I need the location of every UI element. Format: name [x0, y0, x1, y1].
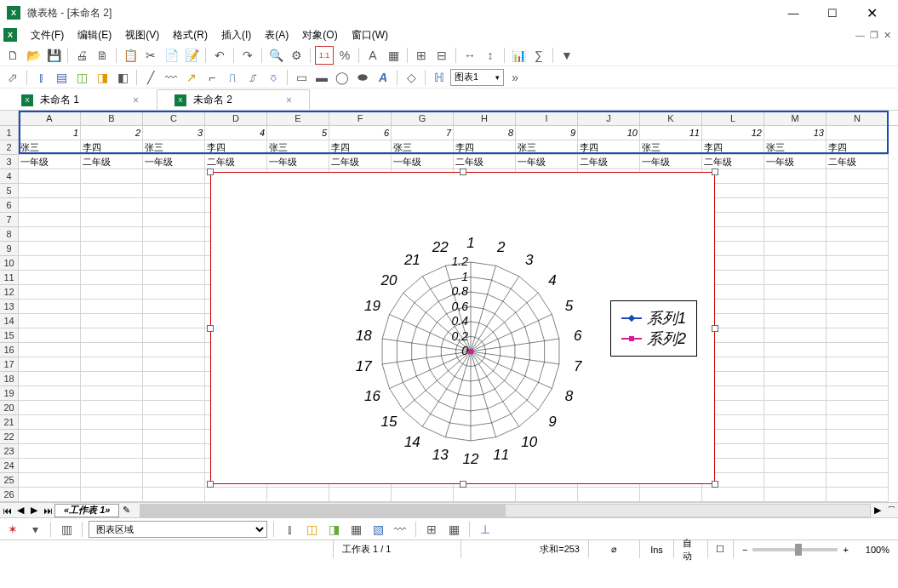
- cell[interactable]: 6: [329, 126, 392, 140]
- cell[interactable]: [764, 444, 827, 459]
- chart-axis-icon[interactable]: ⊥: [476, 520, 495, 539]
- chart-edit3-icon[interactable]: ◨: [324, 520, 343, 539]
- row-header[interactable]: 22: [0, 430, 19, 444]
- cell[interactable]: [19, 401, 81, 415]
- split-icon[interactable]: ⊟: [432, 46, 451, 65]
- cell[interactable]: [81, 459, 143, 473]
- arrow-icon[interactable]: ↗: [182, 68, 201, 87]
- zoom-level[interactable]: 100%: [857, 540, 898, 558]
- cell[interactable]: [764, 473, 827, 488]
- cell[interactable]: [827, 444, 889, 459]
- redo-icon[interactable]: ↷: [238, 46, 257, 65]
- column-header[interactable]: N: [827, 111, 889, 125]
- cell[interactable]: 一年级: [516, 155, 578, 169]
- cell[interactable]: [143, 328, 205, 343]
- cell[interactable]: [81, 328, 143, 343]
- column-header[interactable]: A: [19, 111, 81, 125]
- cell[interactable]: 一年级: [392, 155, 454, 169]
- row-header[interactable]: 1: [0, 126, 19, 140]
- cell[interactable]: 一年级: [764, 155, 827, 169]
- cell[interactable]: [827, 227, 889, 242]
- cell[interactable]: [19, 372, 81, 386]
- cell[interactable]: 张三: [143, 140, 205, 155]
- cell[interactable]: [764, 285, 827, 300]
- cell[interactable]: 李四: [827, 140, 889, 155]
- format-paint-icon[interactable]: 📝: [182, 46, 201, 65]
- filter-icon[interactable]: ▼: [558, 46, 576, 65]
- status-ins[interactable]: Ins: [640, 540, 674, 558]
- cell[interactable]: [764, 415, 827, 430]
- cell[interactable]: 二年级: [329, 155, 392, 169]
- cell[interactable]: [143, 213, 205, 227]
- cell[interactable]: [827, 126, 889, 140]
- cell[interactable]: [764, 328, 827, 343]
- cell[interactable]: [143, 488, 205, 502]
- horizontal-scrollbar[interactable]: [140, 504, 871, 517]
- chart-edit6-icon[interactable]: 〰: [391, 520, 409, 539]
- cell[interactable]: 二年级: [454, 155, 516, 169]
- cell[interactable]: [143, 256, 205, 271]
- cell[interactable]: 10: [578, 126, 640, 140]
- cell[interactable]: [764, 459, 827, 473]
- cell[interactable]: [19, 488, 81, 502]
- cell[interactable]: 二年级: [205, 155, 267, 169]
- cell[interactable]: 张三: [267, 140, 329, 155]
- menu-file[interactable]: 文件(F): [24, 26, 71, 44]
- rect-fill-icon[interactable]: ▬: [312, 68, 331, 87]
- column-header[interactable]: C: [143, 111, 205, 125]
- ellipse-icon[interactable]: ◯: [333, 68, 352, 87]
- row-header[interactable]: 15: [0, 328, 19, 343]
- cell[interactable]: [19, 357, 81, 372]
- cell[interactable]: [143, 227, 205, 242]
- menu-insert[interactable]: 插入(I): [214, 26, 258, 44]
- last-sheet-button[interactable]: ⏭: [41, 505, 54, 516]
- chart-grid2-icon[interactable]: ▦: [444, 520, 463, 539]
- merge-icon[interactable]: ⊞: [412, 46, 431, 65]
- toolbar-expand-icon[interactable]: »: [506, 68, 524, 87]
- cell[interactable]: 1: [19, 126, 81, 140]
- cell[interactable]: [764, 343, 827, 357]
- cell[interactable]: [19, 444, 81, 459]
- cell[interactable]: [827, 488, 889, 502]
- menu-format[interactable]: 格式(R): [166, 26, 214, 44]
- column-header[interactable]: I: [516, 111, 578, 125]
- row-header[interactable]: 10: [0, 256, 19, 271]
- minimize-button[interactable]: —: [774, 0, 813, 26]
- scale-icon[interactable]: 1:1: [315, 46, 334, 65]
- chart-type2-icon[interactable]: ▤: [52, 68, 71, 87]
- cell[interactable]: 4: [205, 126, 267, 140]
- column-header[interactable]: D: [205, 111, 267, 125]
- cell[interactable]: [81, 386, 143, 401]
- cell[interactable]: [143, 184, 205, 198]
- cell[interactable]: [764, 372, 827, 386]
- column-header[interactable]: L: [702, 111, 764, 125]
- cell[interactable]: 2: [81, 126, 143, 140]
- print-preview-icon[interactable]: 🗎: [93, 46, 112, 65]
- column-header[interactable]: H: [454, 111, 516, 125]
- cell[interactable]: [81, 430, 143, 444]
- cell[interactable]: [81, 314, 143, 328]
- cell[interactable]: [764, 357, 827, 372]
- cell[interactable]: 一年级: [19, 155, 81, 169]
- cell[interactable]: [81, 198, 143, 213]
- cell[interactable]: [19, 213, 81, 227]
- cell[interactable]: 二年级: [578, 155, 640, 169]
- add-sheet-button[interactable]: ✎: [119, 505, 133, 516]
- row-height-icon[interactable]: ↕: [481, 46, 500, 65]
- cut-icon[interactable]: ✂: [141, 46, 160, 65]
- cell[interactable]: [143, 473, 205, 488]
- cell[interactable]: 李四: [81, 140, 143, 155]
- cell[interactable]: 8: [454, 126, 516, 140]
- cell[interactable]: [827, 459, 889, 473]
- chart-layout-icon[interactable]: ▥: [57, 520, 76, 539]
- cell[interactable]: [81, 401, 143, 415]
- doc-minimize-button[interactable]: —: [855, 30, 865, 41]
- cell[interactable]: [764, 401, 827, 415]
- cell[interactable]: [19, 430, 81, 444]
- column-header[interactable]: K: [640, 111, 702, 125]
- open-icon[interactable]: 📂: [24, 46, 43, 65]
- chart-type3-icon[interactable]: ◫: [72, 68, 91, 87]
- resize-handle[interactable]: [712, 481, 718, 488]
- column-header[interactable]: M: [764, 111, 827, 125]
- cell[interactable]: 9: [516, 126, 578, 140]
